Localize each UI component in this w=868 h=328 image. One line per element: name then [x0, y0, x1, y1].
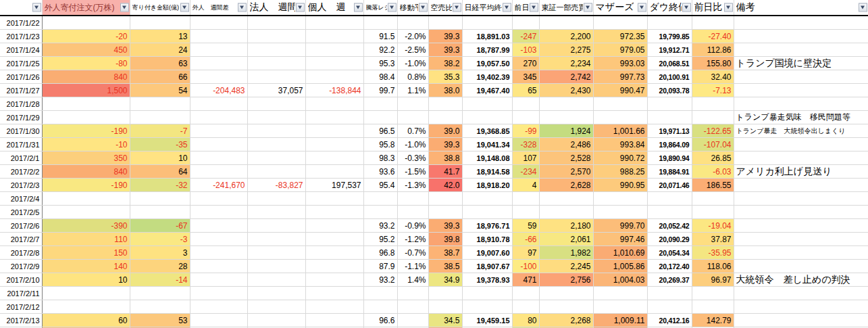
column-header-opening-amount[interactable]: 寄り付き金額(億): [130, 0, 190, 16]
cell-toraku[interactable]: 93.2: [363, 273, 397, 287]
cell-hojin_week[interactable]: [247, 111, 305, 124]
cell-zenjitsu[interactable]: [512, 287, 539, 300]
cell-biko[interactable]: [734, 84, 868, 97]
cell-yoritsuki[interactable]: 53: [130, 314, 190, 327]
cell-gaijin_week[interactable]: [190, 260, 247, 273]
cell-dow[interactable]: 19,890.94: [647, 151, 692, 165]
column-header-advance-decline-ratio[interactable]: 騰落レシオ: [363, 0, 397, 16]
cell-zenjitsu[interactable]: [512, 97, 539, 111]
column-header-dow-close[interactable]: ダウ終値: [647, 0, 692, 16]
cell-nikkei[interactable]: 18,910.78: [462, 233, 512, 246]
cell-toraku[interactable]: 99.7: [363, 84, 397, 97]
cell-gaijin[interactable]: -20: [42, 30, 130, 43]
cell-date[interactable]: 2017/2/12: [0, 300, 42, 314]
filter-dropdown-icon[interactable]: [388, 3, 397, 12]
cell-zenjitsu[interactable]: -247: [512, 30, 539, 43]
cell-hojin_week[interactable]: [247, 124, 305, 138]
cell-hojin_week[interactable]: [247, 219, 305, 233]
cell-yoritsuki[interactable]: 3: [130, 246, 190, 260]
cell-idohei[interactable]: 0.7%: [397, 124, 428, 138]
cell-kojin_week[interactable]: [305, 165, 363, 179]
cell-zenjitsu[interactable]: -103: [512, 43, 539, 57]
filter-dropdown-icon[interactable]: [453, 3, 461, 12]
cell-idohei[interactable]: -2.5%: [397, 43, 428, 57]
cell-biko[interactable]: [734, 206, 868, 219]
cell-gaijin_week[interactable]: [190, 30, 247, 43]
cell-mothers[interactable]: 1,010.69: [593, 246, 647, 260]
cell-gaijin_week[interactable]: [190, 70, 247, 84]
cell-zenjitsu[interactable]: 345: [512, 70, 539, 84]
cell-dow_change[interactable]: -122.65: [692, 124, 734, 138]
cell-kojin_week[interactable]: [305, 246, 363, 260]
cell-mothers[interactable]: 1,001.66: [593, 124, 647, 138]
cell-toraku[interactable]: 96.6: [363, 314, 397, 327]
cell-idohei[interactable]: [397, 16, 428, 30]
cell-dow_change[interactable]: 96.97: [692, 273, 734, 287]
cell-toraku[interactable]: 93.6: [363, 165, 397, 179]
cell-hojin_week[interactable]: [247, 151, 305, 165]
cell-yoritsuki[interactable]: [130, 97, 190, 111]
cell-date[interactable]: 2017/2/9: [0, 260, 42, 273]
cell-yoritsuki[interactable]: 24: [130, 43, 190, 57]
cell-dow[interactable]: 20,090.29: [647, 233, 692, 246]
cell-gaijin_week[interactable]: [190, 219, 247, 233]
cell-dow[interactable]: [647, 287, 692, 300]
cell-kojin_week[interactable]: [305, 219, 363, 233]
cell-zenjitsu[interactable]: -328: [512, 138, 539, 151]
cell-biko[interactable]: [734, 70, 868, 84]
cell-zenjitsu[interactable]: -234: [512, 165, 539, 179]
cell-idohei[interactable]: 0.8%: [397, 70, 428, 84]
cell-gaijin[interactable]: 350: [42, 151, 130, 165]
cell-nikkei[interactable]: 19,467.40: [462, 84, 512, 97]
filter-dropdown-icon[interactable]: [354, 3, 363, 12]
cell-kojin_week[interactable]: [305, 124, 363, 138]
cell-yoritsuki[interactable]: [130, 287, 190, 300]
cell-gaijin_week[interactable]: [190, 273, 247, 287]
cell-gaijin[interactable]: [42, 192, 130, 206]
cell-gaijin_week[interactable]: -204,483: [190, 84, 247, 97]
cell-hojin_week[interactable]: [247, 260, 305, 273]
cell-tosho[interactable]: 1,982: [539, 246, 593, 260]
cell-tosho[interactable]: 2,430: [539, 84, 593, 97]
cell-karauri[interactable]: 38.7: [428, 246, 462, 260]
cell-gaijin[interactable]: [42, 111, 130, 124]
cell-kojin_week[interactable]: [305, 30, 363, 43]
cell-yoritsuki[interactable]: 66: [130, 70, 190, 84]
cell-yoritsuki[interactable]: -7: [130, 124, 190, 138]
cell-mothers[interactable]: 988.25: [593, 165, 647, 179]
cell-dow_change[interactable]: [692, 16, 734, 30]
cell-gaijin_week[interactable]: [190, 192, 247, 206]
cell-biko[interactable]: トランプ暴走 大統領令出しまくり: [734, 124, 868, 138]
cell-karauri[interactable]: 39.3: [428, 138, 462, 151]
cell-idohei[interactable]: [397, 206, 428, 219]
cell-dow[interactable]: [647, 206, 692, 219]
cell-zenjitsu[interactable]: [512, 300, 539, 314]
cell-toraku[interactable]: [363, 97, 397, 111]
cell-toraku[interactable]: 96.8: [363, 246, 397, 260]
cell-tosho[interactable]: 2,245: [539, 260, 593, 273]
cell-gaijin_week[interactable]: [190, 57, 247, 70]
cell-date[interactable]: 2017/1/22: [0, 16, 42, 30]
cell-tosho[interactable]: [539, 97, 593, 111]
cell-hojin_week[interactable]: [247, 16, 305, 30]
cell-hojin_week[interactable]: [247, 206, 305, 219]
cell-karauri[interactable]: [428, 97, 462, 111]
cell-dow[interactable]: 20,052.42: [647, 219, 692, 233]
cell-mothers[interactable]: 990.47: [593, 84, 647, 97]
cell-hojin_week[interactable]: [247, 30, 305, 43]
cell-hojin_week[interactable]: [247, 57, 305, 70]
cell-mothers[interactable]: [593, 300, 647, 314]
cell-tosho[interactable]: [539, 287, 593, 300]
cell-dow_change[interactable]: [692, 206, 734, 219]
cell-karauri[interactable]: 35.3: [428, 70, 462, 84]
cell-biko[interactable]: 大統領令 差し止めの判決: [734, 273, 868, 287]
cell-yoritsuki[interactable]: -3: [130, 233, 190, 246]
cell-biko[interactable]: [734, 97, 868, 111]
cell-toraku[interactable]: 95.8: [363, 138, 397, 151]
cell-karauri[interactable]: 39.3: [428, 30, 462, 43]
cell-gaijin_week[interactable]: [190, 138, 247, 151]
cell-date[interactable]: 2017/1/30: [0, 124, 42, 138]
cell-karauri[interactable]: 42.0: [428, 179, 462, 192]
cell-zenjitsu[interactable]: 80: [512, 314, 539, 327]
cell-hojin_week[interactable]: -83,827: [247, 179, 305, 192]
